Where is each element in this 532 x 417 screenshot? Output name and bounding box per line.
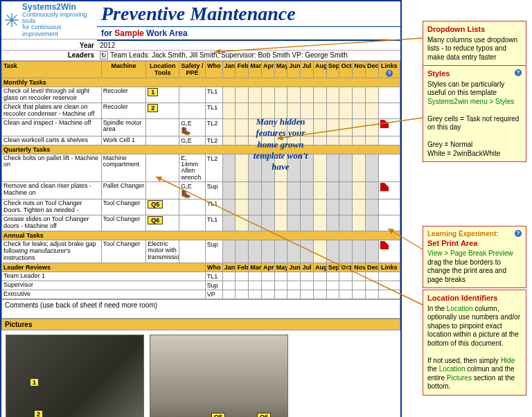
task-grid[interactable]: Task Machine Location Tools Safety / PPE… xyxy=(1,61,400,299)
table-row[interactable]: Check that plates are clean on recooler … xyxy=(2,103,400,118)
machine-cell[interactable]: Tool Changer xyxy=(101,240,146,263)
refresh-icon[interactable]: ↻ xyxy=(100,51,108,60)
help-icon[interactable]: ? xyxy=(386,70,393,77)
leader-cell[interactable]: Executive xyxy=(2,290,206,299)
task-cell[interactable]: Check oil level through oil sight glass … xyxy=(2,87,102,103)
note-title: Learning Experiment: xyxy=(427,230,522,239)
who-cell[interactable]: TL2 xyxy=(205,118,222,136)
col-location: Location Tools xyxy=(146,62,179,78)
task-cell[interactable]: Clean and inspect - Machine off xyxy=(2,118,102,136)
task-cell[interactable]: Check nuts on Tool Changer Doors. Tighte… xyxy=(2,199,102,215)
leader-cell[interactable]: Supervisor xyxy=(2,281,206,290)
loc-cell[interactable]: 2 xyxy=(146,103,179,118)
who-cell[interactable]: TL1 xyxy=(205,272,222,281)
col-links-2: Links xyxy=(378,263,400,272)
help-icon[interactable]: ? xyxy=(515,230,522,237)
col-mar: Mar xyxy=(249,62,262,78)
table-row[interactable]: Check nuts on Tool Changer Doors. Tighte… xyxy=(2,199,400,215)
table-row[interactable]: Remove and clean riser plates - Machine … xyxy=(2,182,400,199)
col-who-2: Who xyxy=(205,263,222,272)
pdf-icon[interactable] xyxy=(380,241,389,249)
machine-cell[interactable]: Recooler xyxy=(101,87,146,103)
who-cell[interactable]: TL1 xyxy=(205,103,222,118)
task-cell[interactable]: Check bolts on pallet lift - Machine on xyxy=(2,154,102,182)
pdf-icon[interactable] xyxy=(380,183,389,191)
picture-1: 1 2 xyxy=(6,335,144,417)
links-cell[interactable] xyxy=(378,182,400,199)
for-prefix: for xyxy=(101,28,114,38)
for-suffix: Work Area xyxy=(144,28,188,38)
who-cell[interactable]: TL1 xyxy=(205,199,222,215)
note-text: column, xyxy=(473,305,499,312)
note-title: Styles xyxy=(427,69,522,79)
who-cell[interactable]: TL2 xyxy=(205,136,222,145)
who-cell[interactable]: Sup xyxy=(205,281,222,290)
leaders-value[interactable]: ↻Team Leads: Jack Smith, Jill Smith, Sup… xyxy=(97,51,400,60)
year-value[interactable]: 2012 xyxy=(97,41,400,50)
col-jan: Jan xyxy=(222,62,236,78)
table-row[interactable]: Clean and inspect - Machine off Spindle … xyxy=(2,118,400,136)
who-cell[interactable]: VP xyxy=(205,290,222,299)
safety-cell[interactable]: E, 14mm Allen wrench xyxy=(179,154,206,182)
who-cell[interactable]: Sup xyxy=(205,182,222,199)
table-row[interactable]: ExecutiveVP xyxy=(2,290,400,299)
table-row[interactable]: Check for leaks; adjust brake gap follow… xyxy=(2,240,400,263)
loc-tag: Q5 xyxy=(148,200,163,208)
loc-cell[interactable]: Electric motor with transmission xyxy=(146,240,179,263)
loc-cell[interactable]: Q6 xyxy=(146,215,179,231)
note-title: Dropdown Lists xyxy=(427,25,522,35)
task-cell[interactable]: Clean workcell carts & shelves xyxy=(2,136,102,145)
machine-cell[interactable]: Machine compartment xyxy=(101,154,146,182)
who-cell[interactable]: TL2 xyxy=(205,154,222,182)
machine-cell[interactable]: Recooler xyxy=(101,103,146,118)
snowflake-icon xyxy=(4,12,19,28)
note-line: White = 2winBackWhite xyxy=(427,150,522,159)
col-who: Who xyxy=(205,62,222,78)
help-icon[interactable]: ? xyxy=(515,69,522,76)
note-text: Pictures xyxy=(447,374,472,382)
section-quarterly: Quarterly Tasks xyxy=(2,145,400,154)
note-line: Styles can be particularly useful on thi… xyxy=(427,80,522,98)
picture-2: Q5 Q6 xyxy=(150,335,288,417)
comments-box[interactable]: Comments (use back of sheet if need more… xyxy=(1,299,400,319)
who-cell[interactable]: TL1 xyxy=(205,215,222,231)
note-text: In the xyxy=(427,305,447,312)
section-leader: Leader Reviews xyxy=(2,263,206,272)
links-cell[interactable] xyxy=(378,118,400,136)
who-cell[interactable]: Sup xyxy=(205,240,222,263)
table-row[interactable]: Grease slides on Tool Changer doors - Ma… xyxy=(2,215,400,231)
task-cell[interactable]: Grease slides on Tool Changer doors - Ma… xyxy=(2,215,102,231)
leader-cell[interactable]: Team Leader 1 xyxy=(2,272,206,281)
table-row[interactable]: SupervisorSup xyxy=(2,281,400,290)
task-cell[interactable]: Remove and clean riser plates - Machine … xyxy=(2,182,102,199)
links-cell[interactable] xyxy=(378,240,400,263)
safety-cell[interactable]: G,E 🥾 xyxy=(179,182,206,199)
leaders-text: Team Leads: Jack Smith, Jill Smith, Supe… xyxy=(110,51,348,59)
who-cell[interactable]: TL1 xyxy=(205,87,222,103)
loc-tag: 1 xyxy=(148,88,158,96)
pdf-icon[interactable] xyxy=(380,120,389,128)
table-row[interactable]: Check oil level through oil sight glass … xyxy=(2,87,400,103)
note-line: optionally use numbers and/or shapes to … xyxy=(427,313,522,348)
table-row[interactable]: Clean workcell carts & shelves Work Cell… xyxy=(2,136,400,145)
note-text: Location xyxy=(447,305,473,312)
pic-marker: Q5 xyxy=(211,413,225,417)
safety-cell[interactable]: G,E 🥾 xyxy=(179,118,206,136)
loc-cell[interactable]: Q5 xyxy=(146,199,179,215)
col-apr: Apr xyxy=(261,62,274,78)
loc-cell[interactable]: 1 xyxy=(146,87,179,103)
machine-cell[interactable]: Spindle motor area xyxy=(101,118,146,136)
machine-cell[interactable]: Tool Changer xyxy=(101,199,146,215)
task-cell[interactable]: Check that plates are clean on recooler … xyxy=(2,103,102,118)
year-label: Year xyxy=(1,41,97,50)
machine-cell[interactable]: Work Cell 1 xyxy=(101,136,146,145)
table-row[interactable]: Check bolts on pallet lift - Machine on … xyxy=(2,154,400,182)
task-cell[interactable]: Check for leaks; adjust brake gap follow… xyxy=(2,240,102,263)
machine-cell[interactable]: Tool Changer xyxy=(101,215,146,231)
col-dec: Dec xyxy=(365,62,378,78)
links-cell[interactable] xyxy=(378,87,400,103)
table-row[interactable]: Team Leader 1TL1 xyxy=(2,272,400,281)
machine-cell[interactable]: Pallet Changer xyxy=(101,182,146,199)
safety-cell[interactable] xyxy=(179,87,206,103)
safety-cell[interactable]: G,E xyxy=(179,136,206,145)
